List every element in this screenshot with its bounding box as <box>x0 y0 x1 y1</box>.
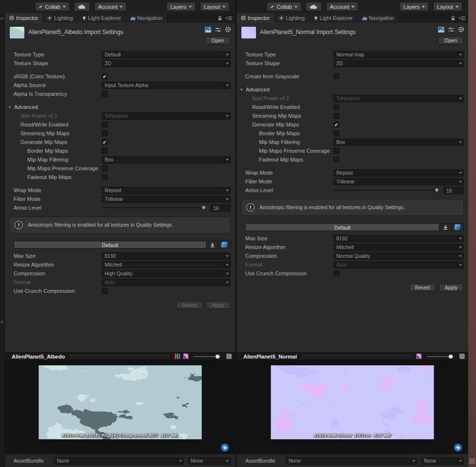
dropdown-alpha-source[interactable]: Input Texture Alpha <box>102 82 231 89</box>
slider-value[interactable]: 16 <box>210 204 231 212</box>
checkbox-streaming-mip-maps[interactable] <box>333 113 339 119</box>
slider-track[interactable] <box>333 190 439 191</box>
checkbox-read-write-enabled[interactable] <box>102 122 108 127</box>
apply-button[interactable]: Apply <box>439 284 463 291</box>
dropdown-resize-algorithm[interactable]: Mitchell <box>102 261 231 269</box>
dither-icon[interactable] <box>226 354 232 359</box>
tab-menu-icon[interactable] <box>225 16 232 20</box>
checkbox-fadeout-mip-maps[interactable] <box>333 157 339 162</box>
checkbox-mip-maps-preserve-coverage[interactable] <box>102 165 108 171</box>
dropdown-texture-type[interactable]: Default <box>102 51 231 58</box>
dropdown-filter-mode[interactable]: Trilinear <box>333 178 464 185</box>
slider-handle[interactable] <box>216 355 220 359</box>
checkbox-border-mip-maps[interactable] <box>102 148 108 154</box>
dither-icon[interactable] <box>459 354 465 359</box>
presets-icon[interactable] <box>215 27 221 32</box>
texture-swatch-icon[interactable] <box>416 354 421 359</box>
layout-button[interactable]: Layout <box>200 2 229 11</box>
preview-header[interactable]: AlienPlanet5_Normal <box>237 352 468 360</box>
dropdown-texture-shape[interactable]: 2D <box>333 60 464 67</box>
dropdown-resize-algorithm[interactable]: Mitchell <box>333 244 464 251</box>
checkbox-generate-mip-maps[interactable]: ✔ <box>333 122 339 127</box>
checkbox-create-from-grayscale[interactable] <box>333 73 339 79</box>
assetbundle-variant-dropdown[interactable]: None <box>188 457 231 465</box>
dropdown-filter-mode[interactable]: Trilinear <box>102 196 231 203</box>
presets-icon[interactable] <box>448 27 454 32</box>
checkbox-fadeout-mip-maps[interactable] <box>102 174 108 180</box>
tab-lighting[interactable]: Lighting <box>43 13 78 23</box>
assetbundle-tag-button[interactable] <box>454 444 462 451</box>
slider-handle[interactable] <box>449 355 453 359</box>
revert-button[interactable]: Revert <box>409 284 436 291</box>
revert-button[interactable]: Revert <box>176 301 203 309</box>
dropdown-texture-shape[interactable]: 2D <box>102 60 231 67</box>
layers-button[interactable]: Layers <box>166 2 196 11</box>
slider-knob[interactable] <box>201 205 206 210</box>
import-preset-button[interactable] <box>206 241 218 248</box>
preview-grip[interactable] <box>70 355 170 358</box>
checkbox-read-write-enabled[interactable] <box>333 104 339 110</box>
tab-lighting[interactable]: Lighting <box>275 13 310 23</box>
panel-menu-icon[interactable]: ≡ <box>0 320 3 324</box>
open-button[interactable]: Open <box>438 36 463 44</box>
cloud-button[interactable] <box>74 2 90 11</box>
checkbox-alpha-is-transparency[interactable] <box>102 91 108 97</box>
checkbox-mip-maps-preserve-coverage[interactable] <box>333 148 339 154</box>
panel-menu-icon[interactable]: ≡ <box>0 16 3 21</box>
dropdown-max-size[interactable]: 8192 <box>102 252 231 260</box>
collab-button[interactable]: ✔ Collab <box>35 2 70 11</box>
cloud-button[interactable] <box>306 2 322 11</box>
checkbox-border-mip-maps[interactable] <box>333 130 339 136</box>
checkbox-srgb-color-texture[interactable]: ✔ <box>102 73 108 79</box>
texture-icon[interactable] <box>438 27 444 33</box>
tab-navigation[interactable]: Navigation <box>358 13 399 23</box>
gear-icon[interactable] <box>458 26 464 33</box>
tab-light-explorer[interactable]: Light Explorer <box>310 13 358 23</box>
panel-grab-handle[interactable] <box>469 458 475 464</box>
layers-button[interactable]: Layers <box>400 2 429 11</box>
dropdown-compression[interactable]: Normal Quality <box>333 252 464 260</box>
slider-value[interactable]: 16 <box>443 187 464 194</box>
dropdown-wrap-mode[interactable]: Repeat <box>333 169 464 177</box>
preview-zoom-slider[interactable] <box>194 356 221 357</box>
import-preset-button[interactable] <box>439 224 451 231</box>
tab-inspector[interactable]: i Inspector <box>5 13 43 23</box>
foldout-advanced[interactable]: ▼Advanced <box>8 104 38 110</box>
layout-button[interactable]: Layout <box>433 2 462 11</box>
checkbox-generate-mip-maps[interactable]: ✔ <box>102 139 108 145</box>
checkbox-streaming-mip-maps[interactable] <box>102 130 108 136</box>
rgb-channels-icon[interactable] <box>175 354 180 359</box>
lock-icon[interactable] <box>218 16 222 21</box>
docked-panel-edge-right[interactable] <box>468 0 476 467</box>
assetbundle-variant-dropdown[interactable]: None <box>421 457 464 465</box>
collab-button[interactable]: ✔ Collab <box>267 2 301 11</box>
checkbox-use-crunch-compression[interactable] <box>333 270 339 276</box>
texture-swatch-icon[interactable] <box>183 354 188 359</box>
account-button[interactable]: Account <box>94 2 127 11</box>
assetbundle-dropdown[interactable]: None <box>54 457 184 465</box>
apply-button[interactable]: Apply <box>206 301 230 309</box>
platform-editor-button[interactable] <box>218 241 230 248</box>
platform-tab-default[interactable]: Default <box>246 224 439 231</box>
platform-tab-default[interactable]: Default <box>14 241 206 248</box>
slider-track[interactable] <box>102 207 206 208</box>
docked-panel-edge-left[interactable]: ≡ ≡ <box>0 13 5 467</box>
foldout-advanced[interactable]: ▼Advanced <box>239 87 270 92</box>
assetbundle-dropdown[interactable]: None <box>286 457 417 465</box>
preview-grip[interactable] <box>302 355 411 358</box>
tab-menu-icon[interactable] <box>458 16 465 20</box>
dropdown-mip-map-filtering[interactable]: Box <box>333 139 464 146</box>
account-button[interactable]: Account <box>326 2 359 11</box>
slider-knob[interactable] <box>435 188 439 192</box>
checkbox-use-crunch-compression[interactable] <box>102 288 108 294</box>
tab-navigation[interactable]: Navigation <box>126 13 167 23</box>
texture-icon[interactable] <box>205 27 211 33</box>
dropdown-wrap-mode[interactable]: Repeat <box>102 187 231 194</box>
lock-icon[interactable] <box>451 16 456 21</box>
gear-icon[interactable] <box>225 26 231 33</box>
tab-inspector[interactable]: i Inspector <box>237 13 275 23</box>
dropdown-mip-map-filtering[interactable]: Box <box>102 156 231 163</box>
preview-header[interactable]: AlienPlanet5_Albedo <box>5 352 235 360</box>
dropdown-compression[interactable]: High Quality <box>102 270 231 277</box>
platform-editor-button[interactable] <box>451 224 463 231</box>
